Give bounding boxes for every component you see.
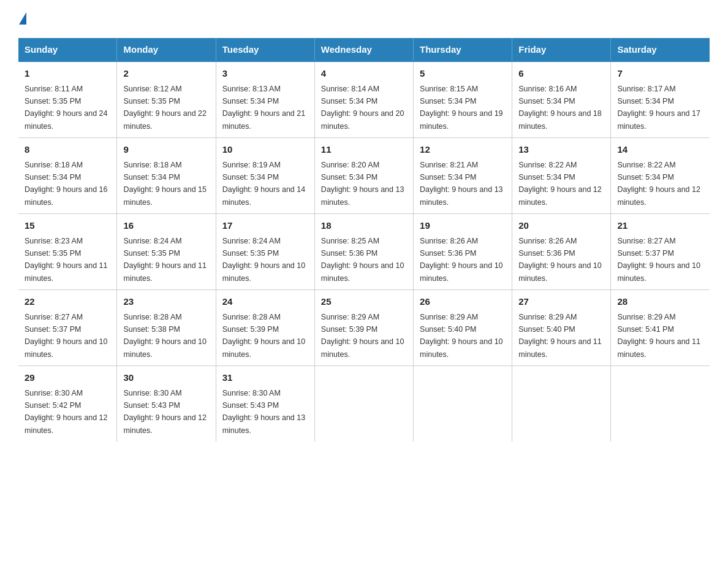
day-info: Sunrise: 8:25 AMSunset: 5:36 PMDaylight:… <box>321 237 404 283</box>
day-header-saturday: Saturday <box>611 38 710 61</box>
day-info: Sunrise: 8:20 AMSunset: 5:34 PMDaylight:… <box>321 161 404 207</box>
calendar-cell: 10 Sunrise: 8:19 AMSunset: 5:34 PMDaylig… <box>216 138 314 214</box>
day-number: 28 <box>617 295 703 309</box>
day-info: Sunrise: 8:29 AMSunset: 5:40 PMDaylight:… <box>420 313 503 359</box>
calendar-week-row: 8 Sunrise: 8:18 AMSunset: 5:34 PMDayligh… <box>18 138 710 214</box>
calendar-cell <box>512 366 611 442</box>
calendar-cell: 19 Sunrise: 8:26 AMSunset: 5:36 PMDaylig… <box>414 214 512 290</box>
day-info: Sunrise: 8:16 AMSunset: 5:34 PMDaylight:… <box>518 85 602 131</box>
day-header-friday: Friday <box>512 38 611 61</box>
day-number: 20 <box>518 219 604 233</box>
calendar-cell: 25 Sunrise: 8:29 AMSunset: 5:39 PMDaylig… <box>314 290 413 366</box>
calendar-cell: 16 Sunrise: 8:24 AMSunset: 5:35 PMDaylig… <box>117 214 216 290</box>
day-info: Sunrise: 8:22 AMSunset: 5:34 PMDaylight:… <box>518 161 602 207</box>
days-header-row: SundayMondayTuesdayWednesdayThursdayFrid… <box>18 38 710 61</box>
day-header-sunday: Sunday <box>18 38 117 61</box>
day-number: 18 <box>321 219 407 233</box>
calendar-week-row: 1 Sunrise: 8:11 AMSunset: 5:35 PMDayligh… <box>18 61 710 138</box>
calendar-cell: 21 Sunrise: 8:27 AMSunset: 5:37 PMDaylig… <box>611 214 710 290</box>
calendar-cell: 23 Sunrise: 8:28 AMSunset: 5:38 PMDaylig… <box>117 290 216 366</box>
calendar-cell <box>414 366 512 442</box>
day-info: Sunrise: 8:29 AMSunset: 5:41 PMDaylight:… <box>617 313 700 359</box>
day-number: 16 <box>123 219 209 233</box>
day-info: Sunrise: 8:22 AMSunset: 5:34 PMDaylight:… <box>617 161 700 207</box>
day-info: Sunrise: 8:15 AMSunset: 5:34 PMDaylight:… <box>420 85 503 131</box>
calendar-cell: 22 Sunrise: 8:27 AMSunset: 5:37 PMDaylig… <box>18 290 117 366</box>
day-info: Sunrise: 8:30 AMSunset: 5:42 PMDaylight:… <box>25 389 108 435</box>
calendar-cell: 27 Sunrise: 8:29 AMSunset: 5:40 PMDaylig… <box>512 290 611 366</box>
day-info: Sunrise: 8:29 AMSunset: 5:40 PMDaylight:… <box>518 313 602 359</box>
day-number: 23 <box>123 295 209 309</box>
day-info: Sunrise: 8:28 AMSunset: 5:39 PMDaylight:… <box>222 313 306 359</box>
day-number: 7 <box>617 67 703 81</box>
calendar-cell: 15 Sunrise: 8:23 AMSunset: 5:35 PMDaylig… <box>18 214 117 290</box>
day-info: Sunrise: 8:24 AMSunset: 5:35 PMDaylight:… <box>222 237 306 283</box>
day-info: Sunrise: 8:21 AMSunset: 5:34 PMDaylight:… <box>420 161 503 207</box>
day-info: Sunrise: 8:26 AMSunset: 5:36 PMDaylight:… <box>518 237 602 283</box>
day-info: Sunrise: 8:17 AMSunset: 5:34 PMDaylight:… <box>617 85 700 131</box>
day-number: 26 <box>420 295 506 309</box>
calendar-cell <box>611 366 710 442</box>
day-info: Sunrise: 8:26 AMSunset: 5:36 PMDaylight:… <box>420 237 503 283</box>
day-info: Sunrise: 8:28 AMSunset: 5:38 PMDaylight:… <box>123 313 207 359</box>
day-number: 13 <box>518 143 604 157</box>
calendar-cell: 12 Sunrise: 8:21 AMSunset: 5:34 PMDaylig… <box>414 138 512 214</box>
calendar-cell: 17 Sunrise: 8:24 AMSunset: 5:35 PMDaylig… <box>216 214 314 290</box>
logo-arrow-icon <box>19 12 26 25</box>
day-number: 21 <box>617 219 703 233</box>
calendar-cell: 14 Sunrise: 8:22 AMSunset: 5:34 PMDaylig… <box>611 138 710 214</box>
day-info: Sunrise: 8:29 AMSunset: 5:39 PMDaylight:… <box>321 313 404 359</box>
day-number: 1 <box>25 67 110 81</box>
calendar-week-row: 22 Sunrise: 8:27 AMSunset: 5:37 PMDaylig… <box>18 290 710 366</box>
day-number: 25 <box>321 295 407 309</box>
day-number: 5 <box>420 67 506 81</box>
day-number: 27 <box>518 295 604 309</box>
page-header <box>18 12 710 26</box>
calendar-cell: 26 Sunrise: 8:29 AMSunset: 5:40 PMDaylig… <box>414 290 512 366</box>
day-number: 29 <box>25 371 110 385</box>
calendar-table: SundayMondayTuesdayWednesdayThursdayFrid… <box>18 38 710 442</box>
day-info: Sunrise: 8:18 AMSunset: 5:34 PMDaylight:… <box>123 161 207 207</box>
day-info: Sunrise: 8:23 AMSunset: 5:35 PMDaylight:… <box>25 237 108 283</box>
calendar-cell: 11 Sunrise: 8:20 AMSunset: 5:34 PMDaylig… <box>314 138 413 214</box>
day-info: Sunrise: 8:27 AMSunset: 5:37 PMDaylight:… <box>617 237 700 283</box>
day-number: 9 <box>123 143 209 157</box>
calendar-cell: 4 Sunrise: 8:14 AMSunset: 5:34 PMDayligh… <box>314 61 413 138</box>
calendar-week-row: 29 Sunrise: 8:30 AMSunset: 5:42 PMDaylig… <box>18 366 710 442</box>
day-number: 17 <box>222 219 308 233</box>
calendar-cell: 18 Sunrise: 8:25 AMSunset: 5:36 PMDaylig… <box>314 214 413 290</box>
day-number: 4 <box>321 67 407 81</box>
calendar-cell: 20 Sunrise: 8:26 AMSunset: 5:36 PMDaylig… <box>512 214 611 290</box>
calendar-cell: 13 Sunrise: 8:22 AMSunset: 5:34 PMDaylig… <box>512 138 611 214</box>
day-header-wednesday: Wednesday <box>314 38 413 61</box>
day-number: 11 <box>321 143 407 157</box>
day-number: 2 <box>123 67 209 81</box>
day-number: 22 <box>25 295 110 309</box>
day-info: Sunrise: 8:24 AMSunset: 5:35 PMDaylight:… <box>123 237 207 283</box>
day-number: 15 <box>25 219 110 233</box>
day-number: 24 <box>222 295 308 309</box>
day-number: 12 <box>420 143 506 157</box>
calendar-cell: 8 Sunrise: 8:18 AMSunset: 5:34 PMDayligh… <box>18 138 117 214</box>
day-number: 30 <box>123 371 209 385</box>
day-info: Sunrise: 8:18 AMSunset: 5:34 PMDaylight:… <box>25 161 108 207</box>
calendar-week-row: 15 Sunrise: 8:23 AMSunset: 5:35 PMDaylig… <box>18 214 710 290</box>
day-info: Sunrise: 8:14 AMSunset: 5:34 PMDaylight:… <box>321 85 404 131</box>
logo <box>18 12 26 26</box>
calendar-cell: 2 Sunrise: 8:12 AMSunset: 5:35 PMDayligh… <box>117 61 216 138</box>
calendar-cell: 7 Sunrise: 8:17 AMSunset: 5:34 PMDayligh… <box>611 61 710 138</box>
day-info: Sunrise: 8:13 AMSunset: 5:34 PMDaylight:… <box>222 85 306 131</box>
day-number: 10 <box>222 143 308 157</box>
day-number: 19 <box>420 219 506 233</box>
calendar-cell: 28 Sunrise: 8:29 AMSunset: 5:41 PMDaylig… <box>611 290 710 366</box>
day-header-thursday: Thursday <box>414 38 512 61</box>
calendar-cell: 6 Sunrise: 8:16 AMSunset: 5:34 PMDayligh… <box>512 61 611 138</box>
calendar-cell: 24 Sunrise: 8:28 AMSunset: 5:39 PMDaylig… <box>216 290 314 366</box>
day-info: Sunrise: 8:30 AMSunset: 5:43 PMDaylight:… <box>222 389 306 435</box>
day-info: Sunrise: 8:27 AMSunset: 5:37 PMDaylight:… <box>25 313 108 359</box>
day-number: 6 <box>518 67 604 81</box>
calendar-cell: 31 Sunrise: 8:30 AMSunset: 5:43 PMDaylig… <box>216 366 314 442</box>
day-info: Sunrise: 8:30 AMSunset: 5:43 PMDaylight:… <box>123 389 207 435</box>
day-number: 14 <box>617 143 703 157</box>
day-info: Sunrise: 8:19 AMSunset: 5:34 PMDaylight:… <box>222 161 306 207</box>
